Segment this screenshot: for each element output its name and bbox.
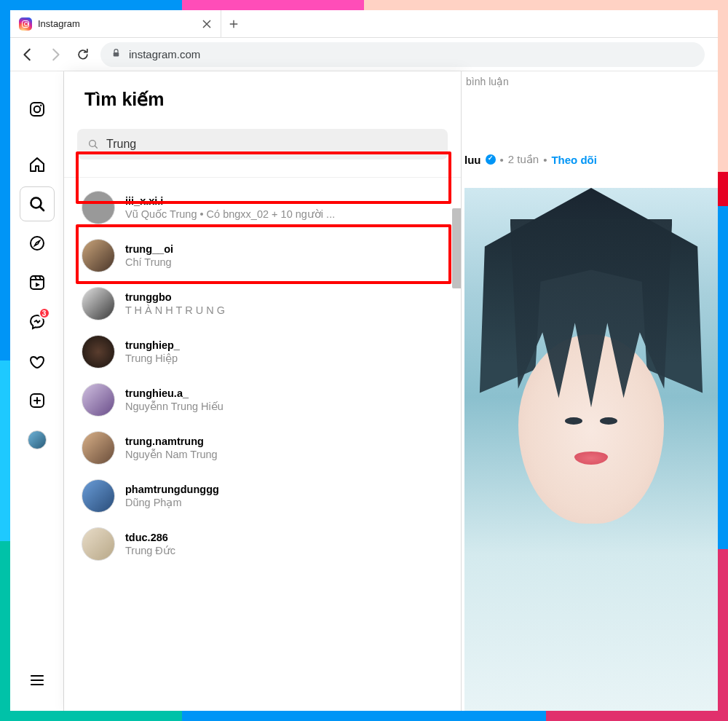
feed-column: bình luận luu • 2 tuần • Theo dõi: [462, 71, 718, 711]
instagram-sidebar: 3: [10, 71, 64, 711]
result-subtitle: Vũ Quốc Trung • Có bngxx_02 + 10 người .…: [125, 208, 335, 220]
search-results: iii_x.xi.iVũ Quốc Trung • Có bngxx_02 + …: [64, 178, 461, 679]
search-icon: [87, 138, 99, 150]
browser-tab[interactable]: Instagram: [10, 10, 221, 37]
result-avatar: [82, 287, 115, 320]
search-query-text: Trung: [106, 138, 136, 151]
back-button[interactable]: [17, 44, 38, 65]
lock-icon: [111, 47, 122, 61]
result-subtitle: Nguyễnn Trung Hiếu: [125, 401, 223, 412]
search-result-item[interactable]: trunghieu.a_Nguyễnn Trung Hiếu: [64, 376, 461, 424]
comment-fragment: bình luận: [462, 71, 718, 112]
result-avatar: [82, 239, 115, 272]
verified-icon: [486, 154, 496, 165]
result-avatar: [82, 431, 115, 465]
search-result-item[interactable]: iii_x.xi.iVũ Quốc Trung • Có bngxx_02 + …: [64, 184, 461, 232]
forward-button[interactable]: [45, 44, 66, 65]
close-tab-icon[interactable]: [202, 19, 212, 29]
svg-rect-1: [31, 103, 44, 116]
post-sep: •: [543, 154, 547, 166]
result-subtitle: Nguyễn Nam Trung: [125, 449, 218, 460]
result-subtitle: Chí Trung: [125, 256, 173, 268]
browser-tabbar: Instagram: [10, 10, 718, 38]
result-username: trung__oi: [125, 243, 173, 255]
sidebar-explore[interactable]: [20, 226, 55, 261]
result-subtitle: T H À N H T R U N G: [125, 304, 225, 316]
post-time: 2 tuần: [508, 153, 539, 166]
tab-title: Instagram: [38, 18, 196, 29]
search-result-item[interactable]: tduc.286Trung Đức: [64, 520, 461, 568]
svg-rect-0: [114, 52, 119, 57]
instagram-favicon: [19, 17, 32, 31]
sidebar-profile[interactable]: [20, 422, 55, 457]
url-text: instagram.com: [129, 48, 200, 60]
messages-badge: 3: [39, 307, 50, 319]
result-avatar: [82, 527, 115, 561]
address-bar[interactable]: instagram.com: [100, 42, 705, 67]
sidebar-notifications[interactable]: [20, 344, 55, 379]
new-tab-button[interactable]: [221, 19, 246, 29]
follow-button[interactable]: Theo dõi: [551, 154, 597, 166]
svg-point-2: [33, 106, 39, 112]
search-result-item[interactable]: trung__oiChí Trung: [64, 232, 461, 280]
search-result-item[interactable]: trunggboT H À N H T R U N G: [64, 280, 461, 328]
sidebar-reels[interactable]: [20, 265, 55, 300]
sidebar-search[interactable]: [20, 186, 55, 221]
post-header: luu • 2 tuần • Theo dõi: [464, 153, 597, 166]
scrollbar[interactable]: [452, 208, 462, 288]
result-avatar: [82, 191, 115, 224]
sidebar-more[interactable]: [20, 663, 55, 698]
result-subtitle: Trung Hiệp: [125, 352, 180, 364]
result-username: phamtrungdunggg: [125, 484, 219, 495]
browser-window: Instagram instagram.com: [10, 10, 718, 711]
result-subtitle: Dũng Phạm: [125, 497, 219, 508]
result-username: iii_x.xi.i: [125, 195, 335, 207]
result-avatar: [82, 479, 115, 513]
sidebar-create[interactable]: [20, 383, 55, 418]
result-username: trunghieu.a_: [125, 387, 223, 399]
result-username: trung.namtrung: [125, 436, 218, 447]
result-subtitle: Trung Đức: [125, 545, 175, 556]
browser-toolbar: instagram.com: [10, 38, 718, 71]
result-avatar: [82, 335, 115, 369]
svg-point-3: [40, 105, 41, 106]
search-panel: Tìm kiếm Trung iii_x.xi.iVũ Quốc Trung •…: [64, 71, 462, 711]
svg-point-5: [31, 237, 44, 250]
sidebar-messages[interactable]: 3: [20, 304, 55, 339]
sidebar-logo[interactable]: [20, 92, 55, 127]
result-avatar: [82, 383, 115, 417]
search-input[interactable]: Trung: [77, 129, 448, 159]
reload-button[interactable]: [73, 44, 93, 65]
result-username: trunggbo: [125, 291, 225, 303]
search-result-item[interactable]: phamtrungdungggDũng Phạm: [64, 472, 461, 520]
post-image[interactable]: [464, 188, 718, 711]
search-result-item[interactable]: trung.namtrungNguyễn Nam Trung: [64, 424, 461, 472]
search-result-item[interactable]: trunghiep_Trung Hiệp: [64, 328, 461, 376]
result-username: tduc.286: [125, 532, 175, 543]
result-username: trunghiep_: [125, 339, 180, 351]
sidebar-home[interactable]: [20, 147, 55, 182]
post-sep: •: [500, 154, 504, 166]
avatar-icon: [28, 430, 47, 449]
search-title: Tìm kiếm: [64, 71, 461, 129]
svg-rect-6: [31, 276, 44, 289]
post-username[interactable]: luu: [464, 154, 481, 166]
search-input-wrap: Trung: [64, 129, 461, 178]
